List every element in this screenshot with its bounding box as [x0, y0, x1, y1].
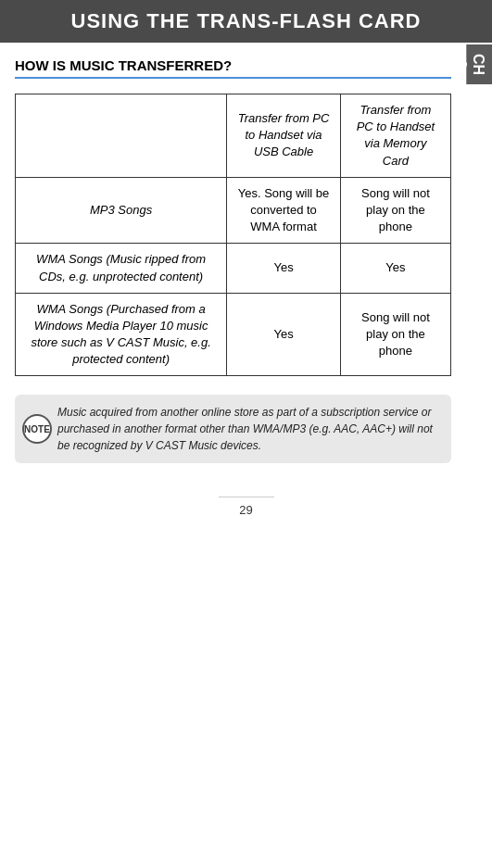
section-heading: HOW IS MUSIC TRANSFERRED? — [15, 57, 451, 79]
table-row: WMA Songs (Purchased from a Windows Medi… — [16, 293, 451, 376]
table-header-col2: Transfer from PC to Handset via Memory C… — [340, 94, 450, 178]
note-icon-label: NOTE — [24, 422, 50, 436]
table-header-col0 — [16, 94, 227, 178]
table-header-col1: Transfer from PC to Handset via USB Cabl… — [227, 94, 341, 178]
table-row2-col3: Yes — [340, 244, 450, 293]
table-row2-col2: Yes — [227, 244, 341, 293]
table-row3-col2: Yes — [227, 293, 341, 376]
table-row3-label: WMA Songs (Purchased from a Windows Medi… — [16, 293, 227, 376]
table-header-row: Transfer from PC to Handset via USB Cabl… — [16, 94, 451, 178]
page-number: 29 — [219, 497, 274, 517]
note-box: NOTE Music acquired from another online … — [15, 395, 451, 463]
table-row1-col2: Yes. Song will be converted to WMA forma… — [227, 177, 341, 244]
table-row: MP3 Songs Yes. Song will be converted to… — [16, 177, 451, 244]
table-row3-col3: Song will not play on the phone — [340, 293, 450, 376]
page-header: USING THE TRANS-FLASH CARD — [0, 0, 492, 43]
table-row: WMA Songs (Music ripped from CDs, e.g. u… — [16, 244, 451, 293]
ch-tab: CH 2 — [466, 44, 492, 84]
note-icon: NOTE — [22, 414, 52, 444]
note-text: Music acquired from another online store… — [57, 406, 433, 452]
table-row2-label: WMA Songs (Music ripped from CDs, e.g. u… — [16, 244, 227, 293]
table-row1-label: MP3 Songs — [16, 177, 227, 244]
table-row1-col3: Song will not play on the phone — [340, 177, 450, 244]
ch-tab-label: CH 2 — [452, 54, 487, 75]
page-header-title: USING THE TRANS-FLASH CARD — [71, 9, 422, 33]
main-content: HOW IS MUSIC TRANSFERRED? Transfer from … — [0, 43, 492, 478]
music-table: Transfer from PC to Handset via USB Cabl… — [15, 94, 451, 376]
